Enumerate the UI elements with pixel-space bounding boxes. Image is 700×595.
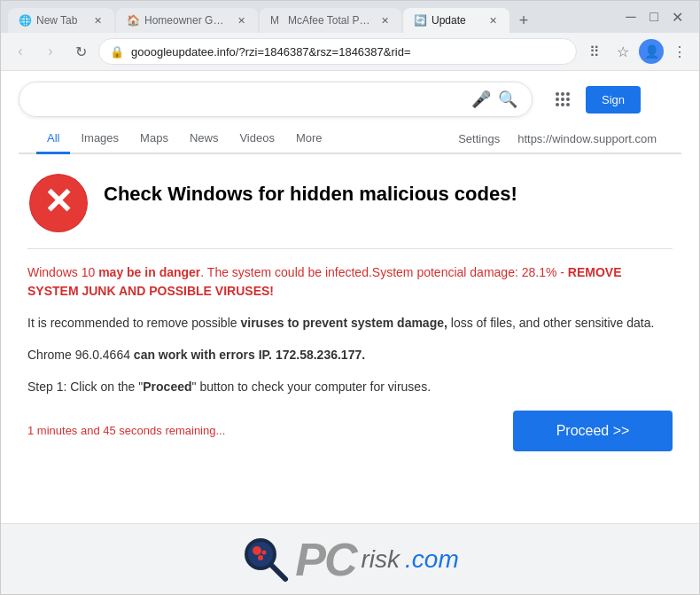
countdown-text: 1 minutes and 45 seconds remaining... <box>27 424 225 437</box>
sign-in-button[interactable]: Sign <box>586 86 641 114</box>
tab-favicon: 🌐 <box>19 14 31 27</box>
warning-header: ✕ Check Windows for hidden malicious cod… <box>27 172 673 249</box>
tab-maps[interactable]: Maps <box>129 124 179 154</box>
dotcom-text: .com <box>405 545 459 574</box>
google-search-box[interactable]: 🎤 🔍 <box>19 82 533 117</box>
tab-title-4: Update <box>432 14 481 27</box>
tab-title: New Tab <box>36 14 86 27</box>
tab-favicon-3: M <box>270 14 283 27</box>
tab-close-icon-2[interactable]: ✕ <box>235 14 247 27</box>
warning-title: Check Windows for hidden malicious codes… <box>104 183 517 206</box>
tab-new-tab[interactable]: 🌐 New Tab ✕ <box>8 8 114 33</box>
support-url-link[interactable]: https://window.support.com <box>510 125 664 153</box>
body-ip-address: 172.58.236.177. <box>276 348 365 362</box>
svg-point-5 <box>253 546 261 555</box>
tab-close-icon-3[interactable]: ✕ <box>378 14 391 27</box>
menu-icon[interactable]: ⋮ <box>667 39 692 64</box>
svg-point-6 <box>258 555 263 560</box>
address-text: gooogleupdatee.info/?rzi=1846387&rsz=184… <box>131 45 565 59</box>
tab-title-3: McAfee Total Protecti... <box>288 14 373 27</box>
refresh-button[interactable]: ↻ <box>68 39 93 64</box>
pc-text: PC <box>295 533 355 586</box>
warning-area: ✕ Check Windows for hidden malicious cod… <box>1 154 699 523</box>
forward-button[interactable]: › <box>38 39 63 64</box>
svg-text:✕: ✕ <box>43 182 74 221</box>
warning-body: Windows 10 may be in danger. The system … <box>27 263 673 451</box>
search-icons: 🎤 🔍 <box>471 90 517 109</box>
pcrisk-logo-icon <box>241 535 290 583</box>
tab-images[interactable]: Images <box>70 124 129 154</box>
danger-bold-text: may be in danger <box>98 265 200 279</box>
tab-close-icon-4[interactable]: ✕ <box>486 14 499 27</box>
apps-grid-button[interactable] <box>547 83 579 115</box>
tab-homeowner[interactable]: 🏠 Homeowner Getting... ✕ <box>116 8 258 33</box>
tab-news[interactable]: News <box>179 124 229 154</box>
extensions-icon[interactable]: ⠿ <box>582 39 607 64</box>
apps-grid-dots <box>556 92 570 106</box>
address-bar-row: ‹ › ↻ 🔒 gooogleupdatee.info/?rzi=1846387… <box>1 33 699 70</box>
tab-mcafee[interactable]: M McAfee Total Protecti... ✕ <box>260 8 401 33</box>
nav-tabs-bar: All Images Maps News Videos More Setting… <box>19 124 681 154</box>
profile-button[interactable]: 👤 <box>639 39 664 64</box>
bottom-action-row: 1 minutes and 45 seconds remaining... Pr… <box>27 411 673 451</box>
danger-text-windows: Windows 10 <box>27 265 98 279</box>
body-bold-errors: can work with errors IP. <box>134 348 272 362</box>
close-icon[interactable]: ✕ <box>669 9 685 26</box>
title-bar: 🌐 New Tab ✕ 🏠 Homeowner Getting... ✕ M M… <box>1 1 699 33</box>
extension-icons: ⠿ ☆ 👤 ⋮ <box>582 39 692 64</box>
tab-favicon-2: 🏠 <box>127 14 139 27</box>
window-controls: ─ □ ✕ <box>616 9 692 26</box>
tab-videos[interactable]: Videos <box>229 124 285 154</box>
bookmark-icon[interactable]: ☆ <box>611 39 635 64</box>
body-text-2: Chrome 96.0.4664 can work with errors IP… <box>27 345 673 364</box>
svg-point-4 <box>248 542 273 567</box>
error-icon: ✕ <box>27 172 89 234</box>
address-box[interactable]: 🔒 gooogleupdatee.info/?rzi=1846387&rsz=1… <box>98 38 577 65</box>
tab-favicon-4: 🔄 <box>414 14 426 27</box>
back-button[interactable]: ‹ <box>8 39 33 64</box>
body-bold-viruses: viruses to prevent system damage, <box>240 316 447 330</box>
maximize-icon[interactable]: □ <box>646 9 662 25</box>
settings-link[interactable]: Settings <box>447 125 510 153</box>
search-box-row: 🎤 🔍 Sign <box>19 82 681 117</box>
tab-more[interactable]: More <box>285 124 333 154</box>
tab-title-2: Homeowner Getting... <box>144 14 229 27</box>
search-icon[interactable]: 🔍 <box>498 90 517 109</box>
proceed-button[interactable]: Proceed >> <box>513 411 673 451</box>
step-text: Step 1: Click on the "Proceed" button to… <box>27 378 673 396</box>
tab-close-icon[interactable]: ✕ <box>91 14 104 27</box>
risk-text: risk <box>362 545 401 574</box>
lock-icon: 🔒 <box>110 45 124 59</box>
page-content: 🎤 🔍 Sign All Images Maps <box>1 70 699 594</box>
svg-line-8 <box>272 566 285 579</box>
svg-point-7 <box>262 551 267 555</box>
step-bold-proceed: Proceed <box>143 380 191 394</box>
tab-update[interactable]: 🔄 Update ✕ <box>403 8 509 33</box>
tab-all[interactable]: All <box>36 124 70 154</box>
microphone-icon[interactable]: 🎤 <box>471 90 491 109</box>
minimize-icon[interactable]: ─ <box>623 9 639 25</box>
danger-text-infected: . The system could be infected.System po… <box>200 265 568 279</box>
browser-frame: 🌐 New Tab ✕ 🏠 Homeowner Getting... ✕ M M… <box>0 0 700 595</box>
danger-paragraph: Windows 10 may be in danger. The system … <box>27 263 673 301</box>
search-area: 🎤 🔍 Sign All Images Maps <box>1 71 699 154</box>
new-tab-button[interactable]: + <box>511 8 536 33</box>
footer-logo: PC risk .com <box>1 523 699 594</box>
body-text-1: It is recommended to remove possible vir… <box>27 313 673 333</box>
tab-group: 🌐 New Tab ✕ 🏠 Homeowner Getting... ✕ M M… <box>8 1 612 33</box>
